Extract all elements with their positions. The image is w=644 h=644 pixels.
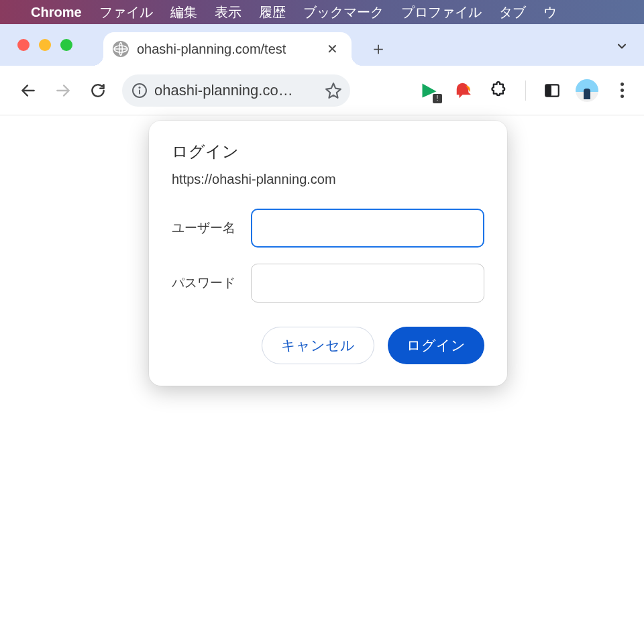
toolbar-divider bbox=[525, 80, 526, 101]
window-minimize-button[interactable] bbox=[39, 39, 51, 51]
http-auth-dialog: ログイン https://ohashi-planning.com ユーザー名 パ… bbox=[149, 121, 507, 386]
omnibox[interactable]: ohashi-planning.co… bbox=[122, 74, 350, 107]
chrome-menu-icon[interactable] bbox=[610, 79, 633, 102]
menu-bookmarks[interactable]: ブックマーク bbox=[303, 3, 384, 21]
window-maximize-button[interactable] bbox=[60, 39, 72, 51]
svg-point-3 bbox=[139, 87, 141, 89]
password-row: パスワード bbox=[172, 264, 484, 303]
globe-icon bbox=[113, 41, 129, 57]
password-label: パスワード bbox=[172, 274, 239, 292]
dialog-origin: https://ohashi-planning.com bbox=[172, 172, 484, 187]
site-info-icon[interactable] bbox=[131, 83, 148, 99]
tab-title: ohashi-planning.com/test bbox=[137, 42, 316, 57]
dialog-title: ログイン bbox=[172, 141, 484, 162]
chrome-tabstrip: ohashi-planning.com/test ✕ ＋ bbox=[0, 24, 644, 66]
menu-history[interactable]: 履歴 bbox=[259, 3, 286, 21]
window-controls bbox=[17, 39, 72, 51]
cancel-button[interactable]: キャンセル bbox=[262, 327, 374, 364]
extension-icon-2[interactable] bbox=[453, 79, 476, 102]
username-row: ユーザー名 bbox=[172, 209, 484, 248]
bookmark-star-icon[interactable] bbox=[325, 82, 342, 99]
svg-rect-4 bbox=[139, 89, 140, 94]
toolbar-right: ! bbox=[418, 79, 633, 102]
extensions-puzzle-icon[interactable] bbox=[488, 79, 511, 102]
extension-badge-icon: ! bbox=[433, 94, 442, 103]
forward-button[interactable] bbox=[48, 76, 78, 105]
back-button[interactable] bbox=[13, 76, 43, 105]
dialog-actions: キャンセル ログイン bbox=[172, 327, 484, 364]
username-label: ユーザー名 bbox=[172, 219, 239, 237]
menu-view[interactable]: 表示 bbox=[215, 3, 241, 21]
mac-menubar: Chrome ファイル 編集 表示 履歴 ブックマーク プロファイル タブ ウ bbox=[0, 0, 644, 24]
login-button[interactable]: ログイン bbox=[388, 327, 484, 364]
menu-window-partial[interactable]: ウ bbox=[543, 3, 557, 21]
username-input[interactable] bbox=[251, 209, 484, 248]
password-input[interactable] bbox=[251, 264, 484, 303]
menu-tab[interactable]: タブ bbox=[499, 3, 526, 21]
menubar-app-name[interactable]: Chrome bbox=[31, 5, 82, 20]
new-tab-button[interactable]: ＋ bbox=[369, 39, 388, 58]
tabs-dropdown-icon[interactable] bbox=[612, 36, 632, 56]
browser-tab[interactable]: ohashi-planning.com/test ✕ bbox=[103, 32, 352, 66]
extension-icon-1[interactable]: ! bbox=[418, 79, 441, 102]
svg-rect-6 bbox=[545, 85, 551, 96]
page-content: ログイン https://ohashi-planning.com ユーザー名 パ… bbox=[0, 115, 644, 644]
side-panel-icon[interactable] bbox=[541, 79, 564, 102]
menu-edit[interactable]: 編集 bbox=[170, 3, 197, 21]
omnibox-url: ohashi-planning.co… bbox=[154, 82, 318, 99]
window-close-button[interactable] bbox=[17, 39, 30, 51]
tab-close-icon[interactable]: ✕ bbox=[324, 40, 341, 58]
chrome-toolbar: ohashi-planning.co… ! bbox=[0, 66, 644, 115]
reload-button[interactable] bbox=[83, 76, 113, 105]
menu-file[interactable]: ファイル bbox=[99, 3, 153, 21]
menu-profile[interactable]: プロファイル bbox=[401, 3, 482, 21]
profile-avatar[interactable] bbox=[576, 79, 598, 102]
